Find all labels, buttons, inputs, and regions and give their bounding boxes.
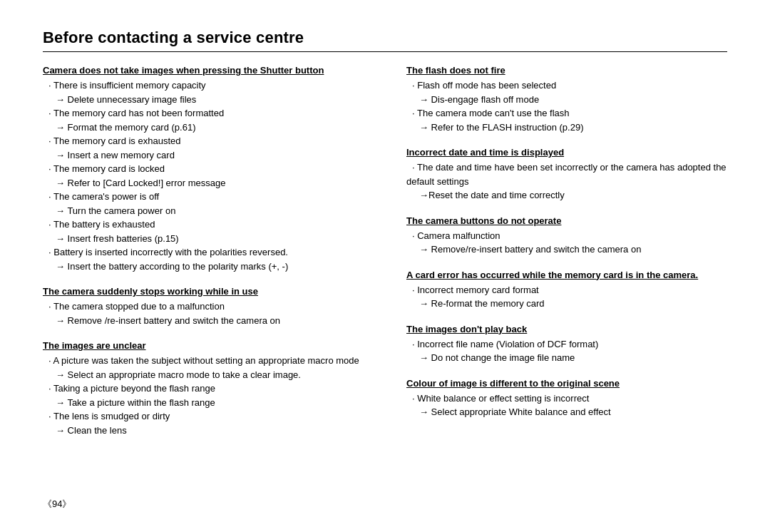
section-shutter-item-5: The battery is exhausted [48, 219, 155, 230]
section-card-error: A card error has occurred while the memo… [406, 270, 727, 311]
section-stops-item-0: The camera stopped due to a malfunction [48, 301, 225, 312]
section-shutter: Camera does not take images when pressin… [43, 65, 364, 273]
section-stops: The camera suddenly stops working while … [43, 286, 364, 327]
section-unclear: The images are unclearA picture was take… [43, 340, 364, 437]
section-datetime-title: Incorrect date and time is displayed [406, 147, 727, 158]
section-shutter-arrow-2: → Insert a new memory card [56, 148, 364, 163]
section-datetime-item-0: The date and time have been set incorrec… [406, 162, 727, 187]
section-flash: The flash does not fireFlash off mode ha… [406, 65, 727, 134]
section-shutter-item-2: The memory card is exhausted [48, 135, 180, 146]
section-shutter-item-3: The memory card is locked [48, 163, 165, 174]
section-buttons-item-0: Camera malfunction [412, 230, 500, 241]
section-flash-arrow-0: → Dis-engage flash off mode [419, 93, 727, 107]
section-shutter-arrow-1: → Format the memory card (p.61) [56, 121, 364, 135]
section-datetime-arrow-0: →Reset the date and time correctly [419, 188, 727, 203]
section-unclear-item-0: A picture was taken the subject without … [48, 355, 359, 366]
left-column: Camera does not take images when pressin… [43, 65, 364, 450]
section-shutter-arrow-3: → Refer to [Card Locked!] error message [56, 176, 364, 190]
title-divider [43, 51, 727, 52]
section-shutter-item-1: The memory card has not been formatted [48, 108, 224, 118]
section-unclear-arrow-2: → Clean the lens [56, 424, 364, 438]
section-shutter-arrow-6: → Insert the battery according to the po… [56, 260, 364, 274]
section-datetime: Incorrect date and time is displayedThe … [406, 147, 727, 203]
page-footer: 《94》 [43, 498, 71, 511]
main-content: Camera does not take images when pressin… [43, 65, 727, 450]
section-stops-title: The camera suddenly stops working while … [43, 286, 364, 297]
section-flash-item-0: Flash off mode has been selected [412, 80, 556, 91]
section-unclear-item-2: The lens is smudged or dirty [48, 411, 170, 421]
section-unclear-item-1: Taking a picture beyond the flash range [48, 383, 215, 394]
section-shutter-arrow-4: → Turn the camera power on [56, 204, 364, 218]
section-playback: The images don't play backIncorrect file… [406, 324, 727, 365]
section-colour-title: Colour of image is different to the orig… [406, 378, 727, 389]
section-card-error-item-0: Incorrect memory card format [412, 285, 539, 295]
section-buttons-title: The camera buttons do not operate [406, 215, 727, 226]
section-playback-arrow-0: → Do not change the image file name [419, 351, 727, 365]
section-unclear-title: The images are unclear [43, 340, 364, 351]
section-shutter-item-4: The camera's power is off [48, 191, 159, 202]
section-unclear-arrow-0: → Select an appropriate macro mode to ta… [56, 368, 364, 382]
section-shutter-item-6: Battery is inserted incorrectly with the… [48, 247, 288, 257]
section-card-error-title: A card error has occurred while the memo… [406, 270, 727, 280]
section-shutter-title: Camera does not take images when pressin… [43, 65, 364, 76]
section-buttons: The camera buttons do not operateCamera … [406, 215, 727, 257]
section-buttons-arrow-0: → Remove/re-insert battery and switch th… [419, 242, 727, 257]
section-colour-arrow-0: → Select appropriate White balance and e… [419, 405, 727, 419]
section-card-error-arrow-0: → Re-format the memory card [419, 297, 727, 311]
section-playback-item-0: Incorrect file name (Violation of DCF fo… [412, 339, 598, 349]
section-flash-title: The flash does not fire [406, 65, 727, 76]
section-colour: Colour of image is different to the orig… [406, 378, 727, 419]
right-column: The flash does not fireFlash off mode ha… [406, 65, 727, 450]
section-colour-item-0: White balance or effect setting is incor… [412, 393, 589, 404]
section-shutter-item-0: There is insufficient memory capacity [48, 80, 206, 91]
section-shutter-arrow-0: → Delete unnecessary image files [56, 93, 364, 107]
section-stops-arrow-0: → Remove /re-insert battery and switch t… [56, 314, 364, 328]
section-playback-title: The images don't play back [406, 324, 727, 334]
section-flash-arrow-1: → Refer to the FLASH instruction (p.29) [419, 121, 727, 135]
section-shutter-arrow-5: → Insert fresh batteries (p.15) [56, 232, 364, 246]
section-flash-item-1: The camera mode can't use the flash [412, 108, 569, 118]
section-unclear-arrow-1: → Take a picture within the flash range [56, 396, 364, 410]
page-title: Before contacting a service centre [43, 29, 727, 47]
